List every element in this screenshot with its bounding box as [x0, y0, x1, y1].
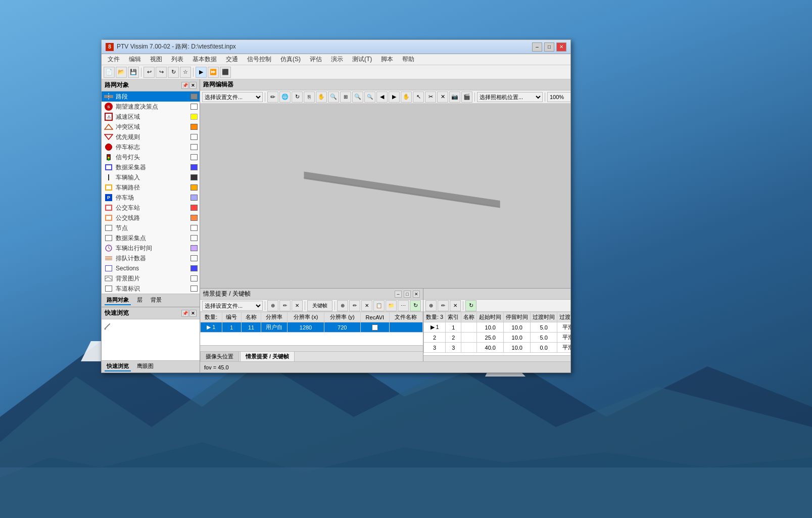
kf-row-3[interactable]: 3 3 40.0 10.0 0.0 平滑的 3: 3: [424, 343, 571, 353]
kf-row-2[interactable]: 2 2 25.0 10.0 5.0 平滑的 2: 2: [424, 333, 571, 343]
network-item-sections[interactable]: Sections: [102, 263, 200, 273]
kf-refresh[interactable]: ↻: [465, 300, 476, 311]
photo-tool2[interactable]: 🎬: [461, 91, 472, 103]
network-item-node[interactable]: 节点: [102, 223, 200, 233]
sit-tool6[interactable]: ⋯: [398, 300, 409, 311]
menu-evaluate[interactable]: 评估: [306, 54, 326, 65]
sit-tool5[interactable]: 📁: [386, 300, 397, 311]
network-item-vehinput[interactable]: 车辆输入: [102, 172, 200, 182]
sit-add[interactable]: ⊕: [267, 300, 278, 311]
sit-delete[interactable]: ✕: [292, 300, 303, 311]
recavi-checkbox[interactable]: [372, 324, 378, 331]
tool-x[interactable]: ✕: [437, 91, 448, 103]
close-button[interactable]: ✕: [556, 42, 566, 52]
sit-btn1[interactable]: –: [395, 291, 402, 298]
menu-signal-control[interactable]: 信号控制: [243, 54, 275, 65]
kf-h-scrollbar[interactable]: [423, 355, 570, 361]
close-panel-button[interactable]: ✕: [189, 82, 197, 89]
sit-tool2[interactable]: ✏: [349, 300, 360, 311]
sit-tool3[interactable]: ✕: [361, 300, 372, 311]
menu-script[interactable]: 脚本: [377, 54, 397, 65]
menu-traffic[interactable]: 交通: [222, 54, 242, 65]
kf-edit[interactable]: ✏: [438, 300, 449, 311]
network-item-background[interactable]: 背景图片: [102, 273, 200, 284]
menu-list[interactable]: 列表: [167, 54, 187, 65]
sit-tool1[interactable]: ⊕: [337, 300, 348, 311]
network-item-conflict[interactable]: 冲突区域: [102, 122, 200, 132]
step-button[interactable]: ⏩: [208, 67, 219, 78]
camera-select[interactable]: 选择照相机位置...: [477, 92, 543, 102]
tab-situation[interactable]: 情景提要 / 关键帧: [240, 351, 295, 361]
new-button[interactable]: 📄: [104, 67, 115, 78]
menu-edit[interactable]: 编辑: [125, 54, 145, 65]
keyframe-btn[interactable]: 关键帧: [307, 300, 332, 311]
open-button[interactable]: 📂: [116, 67, 127, 78]
kf-add[interactable]: ⊕: [425, 300, 437, 311]
nav-right[interactable]: ▶: [389, 91, 400, 103]
pan-tool[interactable]: ✋: [401, 91, 412, 103]
bookmark-button[interactable]: ☆: [180, 67, 191, 78]
stop-button[interactable]: ⬛: [220, 67, 231, 78]
kf-delete[interactable]: ✕: [450, 300, 461, 311]
tab-quick-browse[interactable]: 快速浏览: [105, 362, 131, 371]
tab-background[interactable]: 背景: [149, 296, 164, 305]
menu-basic-data[interactable]: 基本数据: [188, 54, 221, 65]
zoom-out-tool[interactable]: 🔍: [364, 91, 375, 103]
network-item-queue[interactable]: 排队计数器: [102, 253, 200, 263]
tab-eagle-eye[interactable]: 鹰眼图: [135, 362, 156, 371]
sit-btn2[interactable]: □: [404, 291, 411, 298]
hand-tool[interactable]: ✋: [316, 91, 327, 103]
kf-row-1[interactable]: ▶ 1 1 10.0 10.0 5.0 平滑的 1: 1: [424, 322, 571, 333]
maximize-button[interactable]: □: [544, 42, 554, 52]
photo-tool[interactable]: 📷: [449, 91, 460, 103]
undo-button[interactable]: ↩: [144, 67, 155, 78]
tab-layers[interactable]: 层: [135, 296, 145, 305]
globe-tool[interactable]: 🌐: [279, 91, 291, 103]
network-item-stop[interactable]: 停车标志: [102, 142, 200, 152]
redo-button[interactable]: ↪: [156, 67, 167, 78]
network-item-lane-mark[interactable]: 车道标识: [102, 284, 200, 294]
zoom-tool[interactable]: 🔍: [352, 91, 363, 103]
sit-btn3[interactable]: ✕: [413, 291, 420, 298]
canvas-area[interactable]: [200, 104, 570, 288]
search-tool[interactable]: 🔍: [328, 91, 339, 103]
menu-help[interactable]: 帮助: [398, 54, 418, 65]
pin-button[interactable]: 📌: [181, 82, 188, 89]
tab-camera-pos[interactable]: 摄像头位置: [200, 351, 239, 361]
network-item-vehroute[interactable]: 车辆路径: [102, 182, 200, 193]
quick-browse-close[interactable]: ✕: [189, 310, 197, 317]
menu-test[interactable]: 测试(T): [348, 54, 376, 65]
network-item-datacollect[interactable]: 数据采集器: [102, 162, 200, 172]
refresh-tool[interactable]: ↻: [292, 91, 303, 103]
menu-view[interactable]: 视图: [146, 54, 166, 65]
quick-browse-pin[interactable]: 📌: [181, 310, 188, 317]
sit-tool4[interactable]: 📋: [373, 300, 385, 311]
network-item-road[interactable]: 路段: [102, 91, 200, 102]
zoom-select[interactable]: 100%: [547, 92, 570, 102]
network-item-busroute[interactable]: 公交线路: [102, 213, 200, 223]
network-item-datacollectpt[interactable]: 数据采集点: [102, 233, 200, 243]
sit-refresh[interactable]: ↻: [410, 300, 421, 311]
menu-simulation[interactable]: 仿真(S): [276, 54, 305, 65]
cursor-tool[interactable]: ↖: [413, 91, 424, 103]
rotate-button[interactable]: ↻: [168, 67, 179, 78]
minimize-button[interactable]: –: [532, 42, 542, 52]
tab-network-objects[interactable]: 路网对象: [105, 296, 131, 305]
menu-file[interactable]: 文件: [104, 54, 124, 65]
sit-edit[interactable]: ✏: [279, 300, 291, 311]
copy-tool[interactable]: ⎘: [304, 91, 315, 103]
scissors-tool[interactable]: ✂: [425, 91, 436, 103]
grid-tool[interactable]: ⊞: [340, 91, 351, 103]
network-item-decel[interactable]: ⚠ 减速区域: [102, 112, 200, 122]
network-item-signal[interactable]: 信号灯头: [102, 152, 200, 162]
network-item-traveltime[interactable]: 车辆出行时间: [102, 243, 200, 253]
save-button[interactable]: 💾: [128, 67, 139, 78]
sit-settings-select[interactable]: 选择设置文件...: [202, 301, 263, 311]
play-button[interactable]: ▶: [196, 67, 207, 78]
h-scrollbar[interactable]: [200, 345, 423, 351]
network-item-speed[interactable]: S 期望速度决策点: [102, 102, 200, 112]
network-item-parking[interactable]: P 停车场: [102, 193, 200, 203]
nav-left[interactable]: ◀: [376, 91, 388, 103]
pencil-tool[interactable]: ✏: [267, 91, 278, 103]
table-row[interactable]: ▶ 1 1 11 用户自 1280 720: [201, 322, 423, 333]
